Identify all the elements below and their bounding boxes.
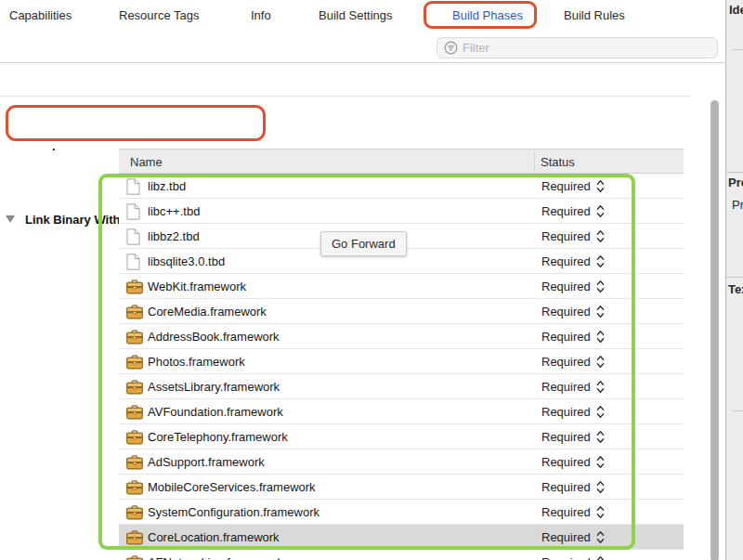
status-dropdown[interactable]: Required (541, 204, 605, 218)
tab-capabilities[interactable]: Capabilities (9, 8, 72, 22)
tbd-document-icon (126, 254, 143, 269)
library-name: CoreTelephony.framework (148, 430, 288, 444)
framework-icon (126, 329, 143, 345)
column-divider (534, 151, 535, 171)
tbd-document-icon (126, 203, 143, 219)
table-row[interactable]: WebKit.framework Required (119, 274, 684, 299)
tbd-document-icon (126, 228, 143, 244)
library-name: MobileCoreServices.framework (148, 480, 316, 494)
status-dropdown[interactable]: Required (541, 455, 605, 469)
library-name: libbz2.tbd (148, 229, 200, 243)
framework-icon (126, 354, 143, 370)
framework-icon (126, 304, 143, 319)
filter-bar: Filter (0, 35, 725, 63)
tbd-document-icon (126, 178, 143, 194)
tab-build-settings[interactable]: Build Settings (319, 8, 393, 22)
xcode-build-phases-editor: CapabilitiesResource TagsInfoBuild Setti… (0, 0, 743, 560)
stepper-chevrons-icon (596, 530, 605, 544)
table-row[interactable]: AddressBook.framework Required (119, 324, 684, 349)
table-row[interactable]: libc++.tbd Required (119, 199, 684, 224)
library-name: CoreMedia.framework (148, 305, 267, 319)
framework-icon (126, 404, 143, 420)
tooltip-text: Go Forward (332, 237, 396, 251)
framework-icon (126, 379, 143, 395)
framework-icon (126, 454, 143, 470)
library-name: AFNetworking.framework (148, 555, 283, 560)
column-header-name: Name (130, 155, 163, 169)
table-row[interactable]: SystemConfiguration.framework Required (119, 500, 684, 525)
status-dropdown[interactable]: Required (541, 254, 605, 268)
status-dropdown[interactable]: Required (541, 530, 605, 544)
library-name: libz.tbd (148, 179, 186, 193)
framework-icon (126, 429, 143, 445)
table-row[interactable]: Photos.framework Required (119, 349, 684, 374)
library-name: CoreLocation.framework (148, 530, 280, 544)
library-name: Photos.framework (148, 355, 245, 369)
stepper-chevrons-icon (596, 480, 605, 494)
section-link-binary: Link Binary With Libraries (30 items) × (0, 97, 691, 149)
inspector-label-pr: Pr (732, 198, 743, 212)
status-dropdown[interactable]: Required (541, 480, 605, 494)
table-row[interactable]: MobileCoreServices.framework Required (119, 475, 684, 500)
vertical-scrollbar[interactable] (710, 100, 719, 560)
stepper-chevrons-icon (596, 505, 605, 519)
status-dropdown[interactable]: Required (541, 430, 605, 444)
stepper-chevrons-icon (596, 380, 605, 394)
framework-icon (126, 504, 143, 520)
table-row[interactable]: AFNetworking.framework Required (119, 550, 684, 560)
stepper-chevrons-icon (596, 330, 605, 344)
inspector-label-pre-bold: Pre (728, 176, 743, 189)
inspector-divider (726, 277, 743, 278)
status-dropdown[interactable]: Required (541, 405, 605, 419)
table-row[interactable]: AssetsLibrary.framework Required (119, 374, 684, 399)
status-dropdown[interactable]: Required (541, 179, 605, 193)
tab-build-rules[interactable]: Build Rules (564, 8, 625, 22)
stepper-chevrons-icon (596, 355, 605, 369)
inspector-divider (732, 410, 743, 411)
disclosure-triangle-expanded-icon[interactable] (6, 215, 15, 223)
library-name: AdSupport.framework (148, 455, 265, 469)
stepper-chevrons-icon (596, 455, 605, 469)
stepper-chevrons-icon (596, 555, 605, 560)
inspector-divider (732, 49, 743, 50)
inspector-label-identity: Ide (729, 3, 743, 17)
status-dropdown[interactable]: Required (541, 280, 605, 293)
table-row[interactable]: AVFoundation.framework Required (119, 399, 684, 424)
stepper-chevrons-icon (596, 204, 605, 218)
inspector-label-text: Tex (728, 282, 743, 296)
table-row[interactable]: AdSupport.framework Required (119, 449, 684, 475)
table-row[interactable]: libz.tbd Required (119, 174, 684, 199)
inspector-divider (726, 172, 743, 173)
filter-input[interactable]: Filter (437, 37, 718, 59)
status-dropdown[interactable]: Required (541, 305, 605, 319)
framework-icon (126, 529, 143, 545)
column-header-status: Status (541, 155, 575, 169)
table-row[interactable]: CoreTelephony.framework Required (119, 424, 684, 449)
status-dropdown[interactable]: Required (541, 380, 605, 394)
status-dropdown[interactable]: Required (541, 229, 605, 243)
stepper-chevrons-icon (596, 280, 605, 293)
section-compile-sources: Compile Sources (3 items) × (0, 63, 691, 96)
stepper-chevrons-icon (596, 229, 605, 243)
library-name: AVFoundation.framework (148, 405, 283, 419)
library-name: WebKit.framework (148, 280, 246, 293)
status-dropdown[interactable]: Required (541, 355, 605, 369)
tab-info[interactable]: Info (251, 8, 271, 22)
library-name: AssetsLibrary.framework (148, 380, 280, 394)
stepper-chevrons-icon (596, 179, 605, 193)
go-forward-tooltip: Go Forward (320, 231, 407, 256)
editor-tab-bar: CapabilitiesResource TagsInfoBuild Setti… (0, 0, 725, 36)
stepper-chevrons-icon (596, 430, 605, 444)
tab-resource-tags[interactable]: Resource Tags (119, 8, 199, 22)
library-name: SystemConfiguration.framework (148, 505, 319, 519)
status-dropdown[interactable]: Required (541, 330, 605, 344)
tab-build-phases[interactable]: Build Phases (452, 8, 523, 22)
status-dropdown[interactable]: Required (541, 555, 605, 560)
inspector-panel-strip: Ide Pre Pr Tex (725, 0, 743, 560)
status-dropdown[interactable]: Required (541, 505, 605, 519)
table-row[interactable]: CoreLocation.framework Required (119, 525, 684, 550)
framework-icon (126, 479, 143, 495)
libraries-table: Name Status libz.tbd Required (119, 149, 684, 560)
table-row[interactable]: CoreMedia.framework Required (119, 299, 684, 324)
stepper-chevrons-icon (596, 254, 605, 268)
